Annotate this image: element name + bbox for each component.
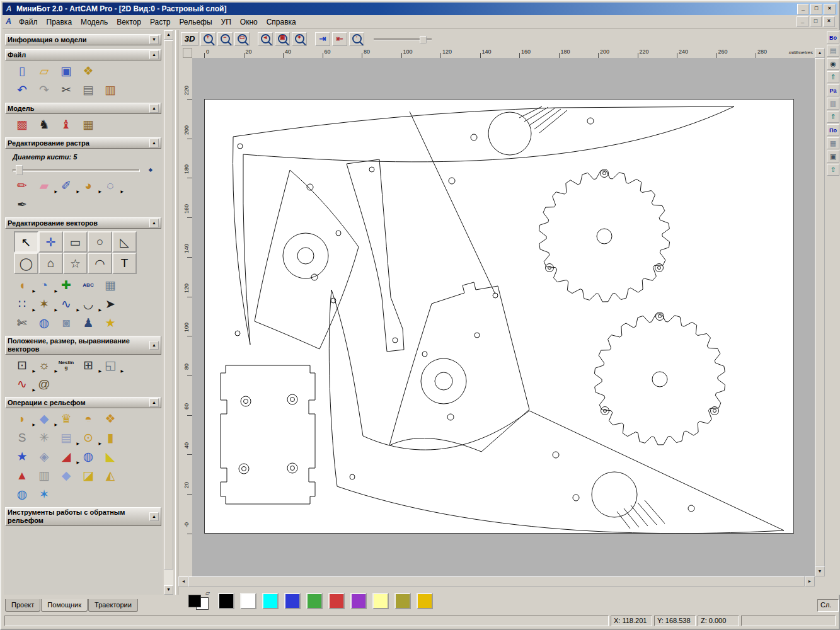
section-header-3[interactable]: Редактирование растра▲ <box>5 137 161 149</box>
flyout-arrow-icon[interactable]: ▶ <box>32 382 35 398</box>
create-arc-button[interactable]: ◠ <box>88 253 112 274</box>
flyout-arrow-icon[interactable]: ▶ <box>54 184 57 199</box>
vertical-scrollbar[interactable]: ▲ ▼ <box>815 48 825 576</box>
section-header-0[interactable]: Информация о модели▼ <box>5 34 161 45</box>
airbrush-icon[interactable]: ✐▶ <box>58 178 74 193</box>
text-abc-icon[interactable]: ABC <box>80 278 96 293</box>
angle-wedge-icon[interactable]: ◢▶ <box>58 449 74 464</box>
zoom-out-button[interactable]: − <box>217 32 233 46</box>
create-ellipse-button[interactable]: ○ <box>88 231 112 253</box>
pattern-relief-icon[interactable]: ❖ <box>102 411 118 427</box>
redo-icon[interactable]: ↷ <box>36 83 52 98</box>
flyout-arrow-icon[interactable]: ▶ <box>120 184 124 199</box>
flyout-arrow-icon[interactable]: ▶ <box>76 184 79 199</box>
menu-item-3[interactable]: Вектор <box>112 16 146 28</box>
pillow-relief-icon[interactable]: ◆ <box>58 468 74 483</box>
mdi-minimize-button[interactable]: _ <box>797 16 808 27</box>
spiral-tool-icon[interactable]: @ <box>36 377 52 392</box>
fillet-tool-icon[interactable]: ◔▶ <box>36 278 52 293</box>
position-size-icon[interactable]: ⊡▶ <box>14 358 30 373</box>
scrollbar-thumb[interactable] <box>164 40 173 570</box>
open-folder-icon[interactable]: ▱ <box>36 64 52 79</box>
scroll-down-icon[interactable]: ▼ <box>164 585 173 595</box>
model-negative-icon[interactable]: ▩ <box>14 117 30 132</box>
create-text-button[interactable]: T <box>112 253 137 274</box>
weave-wizard-icon[interactable]: ✳ <box>36 430 52 445</box>
sculpting-icon[interactable]: S <box>14 430 30 445</box>
flyout-arrow-icon[interactable]: ▶ <box>76 436 79 451</box>
sculpt-sparkle-icon[interactable]: ✶▶ <box>36 297 52 312</box>
copy-icon[interactable]: ▤ <box>80 83 96 98</box>
scroll-left-icon[interactable]: ◄ <box>178 576 188 587</box>
collapse-arrow-icon[interactable]: ▼ <box>149 35 159 44</box>
section-header-7[interactable]: Инструменты работы с обратным рельефом▲ <box>5 507 161 526</box>
menu-item-4[interactable]: Растр <box>146 16 175 28</box>
zoom-window-button[interactable]: ▭ <box>234 32 250 46</box>
colour-swatch-8[interactable] <box>394 593 411 609</box>
texture-relief-icon[interactable]: ♛ <box>58 411 74 427</box>
drawing-viewport[interactable] <box>192 58 815 576</box>
flyout-arrow-icon[interactable]: ▶ <box>54 364 57 379</box>
new-model-icon[interactable]: ▯ <box>14 64 30 79</box>
menu-item-8[interactable]: Справка <box>262 16 301 28</box>
right-tool-help[interactable]: По <box>827 124 839 136</box>
star-wizard-icon[interactable]: ★ <box>102 316 118 331</box>
flyout-arrow-icon[interactable]: ▶ <box>54 417 57 432</box>
right-tool-up-3[interactable]: ⇧ <box>827 164 839 176</box>
scroll-up-icon[interactable]: ▲ <box>815 48 825 58</box>
circular-copy-icon[interactable]: ☼▶ <box>36 358 52 373</box>
burst-relief-icon[interactable]: ✶ <box>36 487 52 502</box>
pan-view-left-button[interactable]: ⇥ <box>315 32 330 46</box>
zoom-selected-button[interactable]: ✦ <box>292 32 307 46</box>
flyout-arrow-icon[interactable]: ▶ <box>54 302 57 318</box>
create-polygon-button[interactable]: ⌂ <box>38 253 63 274</box>
collapse-arrow-icon[interactable]: ▲ <box>149 139 159 147</box>
right-tool-project[interactable]: Во <box>827 32 839 43</box>
close-button[interactable]: × <box>824 4 836 14</box>
slab-relief-icon[interactable]: ◪ <box>80 468 96 483</box>
menu-item-7[interactable]: Окно <box>236 16 262 28</box>
scrollbar-thumb[interactable] <box>188 576 805 587</box>
export-3d-icon[interactable]: ❖ <box>80 64 96 79</box>
wedge-relief-icon[interactable]: ◭ <box>102 468 118 483</box>
flyout-arrow-icon[interactable]: ▶ <box>98 302 101 318</box>
colour-swatch-9[interactable] <box>417 593 433 609</box>
flyout-arrow-icon[interactable]: ▶ <box>98 436 101 451</box>
zoom-previous-button[interactable]: ◂ <box>258 32 273 46</box>
colour-swatch-3[interactable] <box>284 593 301 609</box>
create-rectangle-button[interactable]: ▭ <box>63 231 88 253</box>
flyout-arrow-icon[interactable]: ▶ <box>120 364 124 379</box>
envelope-distort-icon[interactable]: ▦ <box>102 278 118 293</box>
minimize-button[interactable]: _ <box>797 4 809 14</box>
tab-toolpaths[interactable]: Траектории <box>88 599 138 612</box>
zoom-extents-button[interactable]: ▣ <box>275 32 290 46</box>
right-tool-sphere[interactable]: ◉ <box>827 58 839 70</box>
flyout-arrow-icon[interactable]: ▶ <box>32 364 35 379</box>
colour-swatch-5[interactable] <box>328 593 345 609</box>
fade-slider[interactable] <box>374 34 432 44</box>
tab-assistant[interactable]: Помощник <box>41 599 88 612</box>
cone-relief-icon[interactable]: ▲ <box>14 468 30 483</box>
colour-palette-icon[interactable]: ◕▶ <box>80 178 96 193</box>
menu-item-6[interactable]: УП <box>217 16 236 28</box>
colour-swatch-2[interactable] <box>262 593 279 609</box>
block-copy-icon[interactable]: ⊞▶ <box>80 358 96 373</box>
menu-item-5[interactable]: Рельефы <box>175 16 216 28</box>
right-tool-up-1[interactable]: ⇑ <box>827 71 839 83</box>
draw-pen-icon[interactable]: ✒ <box>14 197 30 212</box>
slice-tool-icon[interactable]: ◙ <box>58 316 74 331</box>
sphere-relief-icon[interactable]: ◍ <box>14 487 30 502</box>
undo-icon[interactable]: ↶ <box>14 83 30 98</box>
flyout-arrow-icon[interactable]: ▶ <box>32 284 35 299</box>
model-silhouette-icon[interactable]: ♞ <box>36 117 52 132</box>
collapse-arrow-icon[interactable]: ▲ <box>149 104 159 113</box>
slider-knob[interactable] <box>16 165 23 175</box>
colour-swatch-4[interactable] <box>306 593 323 609</box>
view-3d-button[interactable]: 3D <box>181 32 198 46</box>
colour-swatch-6[interactable] <box>350 593 367 609</box>
free-smooth-icon[interactable]: ∿▶ <box>58 297 74 312</box>
dome-relief-icon[interactable]: ◓ <box>80 411 96 427</box>
mdi-maximize-button[interactable]: □ <box>810 16 822 27</box>
doctor-vectors-icon[interactable]: ♟ <box>80 316 96 331</box>
maximize-button[interactable]: □ <box>810 4 822 14</box>
